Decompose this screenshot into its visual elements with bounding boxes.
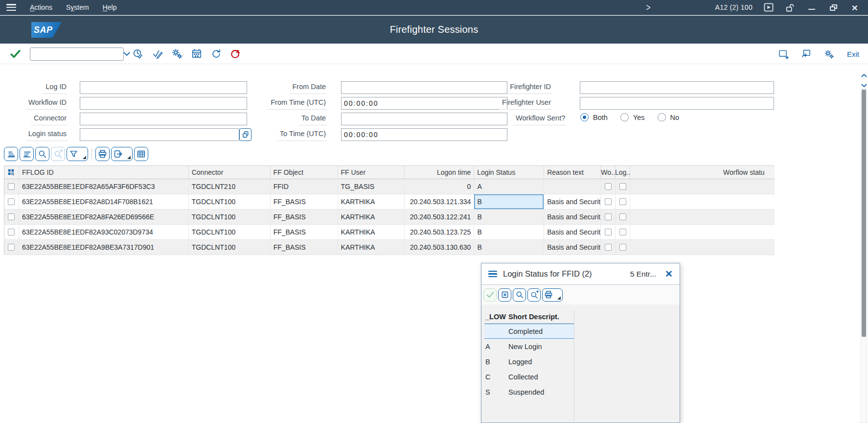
column-header-connector[interactable]: Connector [189,166,271,179]
column-header-workflow-sent[interactable]: Wo.. [601,166,616,179]
radio-icon[interactable] [658,113,666,121]
sort-descending-button[interactable] [20,147,34,161]
popup-list-item[interactable]: SSuspended [484,384,574,400]
firefighter-id-field[interactable] [580,81,774,94]
popup-list-item[interactable]: ANew Login [484,339,574,354]
command-field[interactable] [30,47,124,61]
popup-find-next-button[interactable] [527,288,541,302]
settings-gears-icon[interactable] [172,48,183,59]
connector-field[interactable] [80,113,247,125]
firefighter-session-icon[interactable] [230,48,241,59]
column-header-login-status[interactable]: Login Status [474,166,544,179]
column-header-reason-text[interactable]: Reason text [544,166,601,179]
menu-item-actions[interactable]: Actions [30,3,52,11]
cell-login-status[interactable]: B [474,210,544,224]
radio-icon[interactable] [620,113,629,121]
log-deleted-checkbox[interactable] [619,198,626,205]
popup-list-item[interactable]: CCollected [484,369,574,384]
minimize-button[interactable] [806,2,817,13]
popup-close-icon[interactable]: ✕ [665,269,673,279]
log-deleted-checkbox[interactable] [619,244,626,251]
print-button[interactable] [95,147,110,161]
scrollbar-track[interactable] [861,88,867,423]
column-header-log-deleted[interactable]: Log.. [616,166,630,179]
workflow-sent-checkbox[interactable] [605,198,612,205]
back-window-icon[interactable] [801,49,811,59]
table-row[interactable]: 63E22A55BE8E1EDF82A93C02073D9734TGDCLNT1… [4,225,775,240]
chevron-right-icon[interactable]: > [646,1,650,13]
workflow-sent-checkbox[interactable] [605,229,612,235]
row-select-checkbox[interactable] [8,229,15,235]
enter-check-button[interactable] [10,49,21,59]
validate-edit-icon[interactable] [152,48,163,59]
sort-ascending-button[interactable] [4,147,18,161]
workflow-sent-checkbox[interactable] [605,183,612,190]
log-id-field[interactable] [80,81,247,94]
popup-list-item[interactable]: Completed [484,324,574,339]
gears-icon[interactable] [824,49,834,59]
table-row[interactable]: 63E22A55BE8E1EDF82A8FA26ED69566ETGDCLNT1… [4,210,775,225]
column-header-ff-user[interactable]: FF User [338,166,405,179]
restore-button[interactable] [828,2,839,13]
row-select-checkbox[interactable] [8,244,15,251]
log-deleted-checkbox[interactable] [619,183,626,190]
to-time-field[interactable] [341,128,507,141]
history-clock-icon[interactable] [133,48,143,59]
menu-item-help[interactable]: Help [103,3,117,11]
refresh-icon[interactable] [211,48,222,59]
close-button[interactable]: × [849,2,860,13]
cell-login-status[interactable]: B [474,225,544,239]
workflow-sent-checkbox[interactable] [605,244,612,251]
radio-option-no[interactable]: No [658,113,680,121]
radio-option-yes[interactable]: Yes [620,113,645,121]
to-date-field[interactable] [341,113,507,125]
scroll-up-icon[interactable] [861,70,867,79]
schedule-variant-icon[interactable] [191,48,202,59]
select-all-icon[interactable] [4,166,19,179]
find-button[interactable] [35,147,49,161]
row-select-checkbox[interactable] [8,183,15,190]
column-header-logon-time[interactable]: Logon time [405,166,474,179]
from-time-field[interactable] [341,97,507,110]
chevron-down-icon[interactable] [120,52,133,56]
table-row[interactable]: 63E22A55BE8E1EDF82A65AF3F6DF53C3TGDCLNT2… [4,179,775,194]
from-date-field[interactable] [341,81,507,94]
workflow-sent-checkbox[interactable] [605,213,612,220]
hamburger-menu-icon[interactable] [6,4,16,11]
firefighter-user-field[interactable] [580,97,774,110]
new-session-window-icon[interactable]: ★ [778,49,788,59]
radio-icon[interactable] [580,113,589,121]
table-row[interactable]: 63E22A55BE8E1EDF82A8D14F708B1621TGDCLNT1… [4,194,775,210]
scrollbar-thumb[interactable] [862,90,866,337]
unlock-icon[interactable] [785,2,796,13]
popup-accept-button[interactable] [483,288,497,302]
log-deleted-checkbox[interactable] [619,213,626,220]
popup-close-box-button[interactable] [498,288,511,302]
row-select-checkbox[interactable] [8,198,15,205]
play-icon[interactable] [763,2,774,13]
filter-button[interactable] [67,147,88,161]
popup-find-button[interactable] [513,288,526,302]
find-next-button[interactable] [51,147,65,161]
popup-list-item[interactable]: BLogged [484,354,574,369]
cell-login-status[interactable]: A [474,179,544,194]
login-status-field[interactable] [80,128,239,141]
workflow-id-field[interactable] [80,97,247,110]
table-row[interactable]: 63E22A55BE8E1EDF82A9BE3A7317D901TGDCLNT1… [4,240,775,255]
row-select-checkbox[interactable] [8,213,15,220]
column-header-fflog-id[interactable]: FFLOG ID [19,166,189,179]
popup-menu-icon[interactable] [488,271,497,278]
export-button[interactable] [111,147,133,161]
column-header-workflow-status[interactable]: Worflow statu [630,166,775,179]
menu-item-system[interactable]: System [66,3,89,11]
cell-login-status[interactable]: B [474,240,544,255]
multiple-selection-button[interactable] [239,128,251,141]
log-deleted-checkbox[interactable] [619,229,626,235]
exit-button[interactable]: Exit [847,50,859,58]
popup-print-button[interactable] [542,288,563,302]
choose-layout-button[interactable] [134,147,148,161]
column-header-ff-object[interactable]: FF Object [271,166,338,179]
radio-option-both[interactable]: Both [580,113,608,121]
cell-login-status[interactable]: B [474,194,544,209]
command-input[interactable] [30,48,120,60]
